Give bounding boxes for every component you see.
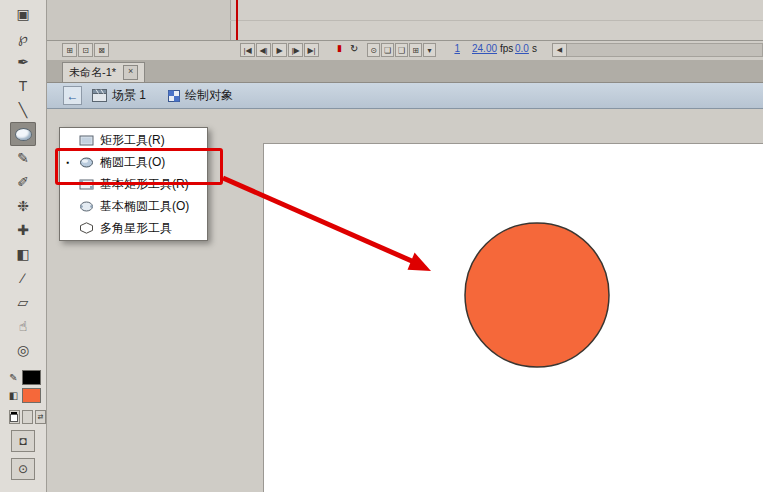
tool-options-button[interactable]: ⊙ bbox=[11, 458, 35, 480]
menu-item-label: 矩形工具(R) bbox=[100, 132, 165, 149]
back-button[interactable]: ← bbox=[63, 86, 82, 105]
menu-item-basic-oval-tool[interactable]: 基本椭圆工具(O) bbox=[60, 195, 207, 217]
hand-tool[interactable]: ☝ bbox=[10, 314, 36, 338]
fill-color-row: ◧ bbox=[8, 388, 46, 403]
current-frame-value[interactable]: 1 bbox=[454, 43, 460, 54]
stage-circle[interactable] bbox=[465, 223, 609, 367]
step-forward-icon: |▶ bbox=[291, 46, 299, 55]
onion-outline-button[interactable]: ❑ bbox=[395, 43, 408, 57]
edit-bar: ← 场景 1 绘制对象 bbox=[47, 83, 763, 109]
pen-icon: ✒ bbox=[17, 54, 29, 70]
center-frame-button[interactable]: ⊙ bbox=[367, 43, 380, 57]
current-tool-marker: ▪ bbox=[63, 158, 73, 167]
elapsed-time-unit: s bbox=[532, 43, 537, 54]
hand-icon: ☝ bbox=[19, 318, 28, 334]
delete-layer-button[interactable]: ⊠ bbox=[94, 43, 109, 57]
onion-skin-button[interactable]: ❏ bbox=[381, 43, 394, 57]
tab-close-button[interactable]: × bbox=[123, 65, 138, 80]
snap-icon: ◘ bbox=[19, 434, 26, 448]
frame-rate-value[interactable]: 24.00 bbox=[472, 43, 497, 54]
frame-marker[interactable]: ▮ bbox=[337, 43, 342, 53]
step-back-button[interactable]: ◀| bbox=[256, 43, 271, 57]
basic-rectangle-icon bbox=[78, 179, 95, 190]
fill-color-swatch[interactable] bbox=[22, 388, 41, 403]
free-transform-tool[interactable]: ▣ bbox=[10, 2, 36, 26]
loop-playback-button[interactable]: ↻ bbox=[350, 43, 358, 54]
menu-item-oval-tool[interactable]: ▪ 椭圆工具(O) bbox=[60, 151, 207, 173]
back-arrow-icon: ← bbox=[67, 89, 79, 103]
line-icon: ╲ bbox=[19, 102, 27, 118]
elapsed-time-value[interactable]: 0.0 bbox=[515, 43, 529, 54]
lasso-tool[interactable]: ℘ bbox=[10, 26, 36, 50]
zoom-tool[interactable]: ◎ bbox=[10, 338, 36, 362]
timeline-frames-area[interactable] bbox=[47, 0, 763, 41]
scroll-left-button[interactable]: ◀ bbox=[552, 43, 567, 57]
goto-last-frame-button[interactable]: ▶| bbox=[304, 43, 319, 57]
current-frame-field[interactable]: 1 bbox=[442, 43, 460, 54]
no-color-button[interactable] bbox=[22, 410, 33, 424]
pencil-tool[interactable]: ✎ bbox=[10, 146, 36, 170]
document-tab-title: 未命名-1* bbox=[69, 65, 116, 80]
stroke-color-swatch[interactable] bbox=[22, 370, 41, 385]
drawing-object-name[interactable]: 绘制对象 bbox=[185, 87, 233, 104]
brush-icon: ✐ bbox=[17, 174, 29, 190]
tool-options-icon: ⊙ bbox=[18, 462, 28, 476]
playhead[interactable] bbox=[236, 0, 238, 40]
new-folder-button[interactable]: ⊡ bbox=[78, 43, 93, 57]
zoom-icon: ◎ bbox=[17, 342, 29, 358]
frame-rate-field[interactable]: 24.00 fps bbox=[472, 43, 513, 54]
frame-rate-unit: fps bbox=[500, 43, 513, 54]
timeline-scrollbar[interactable]: ◀ bbox=[552, 43, 763, 57]
menu-item-label: 椭圆工具(O) bbox=[100, 154, 165, 171]
edit-multiple-frames-button[interactable]: ⊞ bbox=[409, 43, 422, 57]
menu-item-polystar-tool[interactable]: 多角星形工具 bbox=[60, 217, 207, 239]
pen-tool[interactable]: ✒ bbox=[10, 50, 36, 74]
eyedropper-tool[interactable]: ∕ bbox=[10, 266, 36, 290]
fill-color-icon: ◧ bbox=[8, 390, 19, 401]
timeline-layers-edge bbox=[47, 0, 231, 40]
document-tab-bar: 未命名-1* × bbox=[47, 60, 763, 83]
rectangle-icon bbox=[78, 135, 95, 146]
document-tab[interactable]: 未命名-1* × bbox=[62, 62, 145, 82]
text-tool-icon: T bbox=[19, 78, 28, 94]
onion-skin-controls: ⊙ ❏ ❑ ⊞ ▾ bbox=[367, 43, 436, 57]
deco-tool[interactable]: ❉ bbox=[10, 194, 36, 218]
trash-icon: ⊠ bbox=[98, 46, 105, 55]
tools-panel: ▣ ℘ ✒ T ╲ ✎ ✐ ❉ ✚ ◧ ∕ ▱ ☝ ◎ ✎ ◧ ⇄ bbox=[0, 0, 47, 492]
bone-tool[interactable]: ✚ bbox=[10, 218, 36, 242]
snap-to-objects-button[interactable]: ◘ bbox=[11, 430, 35, 452]
play-icon: ▶ bbox=[276, 46, 282, 55]
modify-markers-icon: ▾ bbox=[427, 46, 431, 55]
modify-markers-button[interactable]: ▾ bbox=[423, 43, 436, 57]
oval-tool[interactable] bbox=[10, 122, 36, 146]
default-colors-button[interactable] bbox=[9, 410, 20, 424]
marker-icon: ▮ bbox=[337, 43, 342, 53]
scene-name[interactable]: 场景 1 bbox=[112, 87, 146, 104]
brush-tool[interactable]: ✐ bbox=[10, 170, 36, 194]
onion-skin-icon: ❏ bbox=[384, 46, 391, 55]
stage[interactable] bbox=[263, 143, 763, 492]
eraser-tool[interactable]: ▱ bbox=[10, 290, 36, 314]
text-tool[interactable]: T bbox=[10, 74, 36, 98]
white-swatch-icon bbox=[10, 414, 18, 422]
line-tool[interactable]: ╲ bbox=[10, 98, 36, 122]
step-forward-button[interactable]: |▶ bbox=[288, 43, 303, 57]
scrollbar-track[interactable] bbox=[567, 43, 763, 57]
loop-icon: ↻ bbox=[350, 43, 358, 54]
menu-item-rectangle-tool[interactable]: 矩形工具(R) bbox=[60, 129, 207, 151]
elapsed-time-field[interactable]: 0.0 s bbox=[515, 43, 537, 54]
goto-first-frame-button[interactable]: |◀ bbox=[240, 43, 255, 57]
stage-canvas bbox=[264, 144, 763, 492]
play-button[interactable]: ▶ bbox=[272, 43, 287, 57]
menu-item-basic-rectangle-tool[interactable]: 基本矩形工具(R) bbox=[60, 173, 207, 195]
paint-bucket-icon: ◧ bbox=[16, 246, 29, 262]
edit-multiple-frames-icon: ⊞ bbox=[412, 46, 419, 55]
paint-bucket-tool[interactable]: ◧ bbox=[10, 242, 36, 266]
scene-icon bbox=[92, 89, 107, 102]
tool-flyout-menu: 矩形工具(R) ▪ 椭圆工具(O) 基本矩形工具(R) 基本椭圆工具(O) bbox=[59, 127, 208, 241]
eyedropper-icon: ∕ bbox=[22, 270, 24, 286]
swap-colors-button[interactable]: ⇄ bbox=[35, 410, 46, 424]
timeline-ruler-line bbox=[230, 20, 763, 21]
new-layer-button[interactable]: ⊞ bbox=[62, 43, 77, 57]
color-mini-controls: ⇄ bbox=[9, 410, 46, 424]
